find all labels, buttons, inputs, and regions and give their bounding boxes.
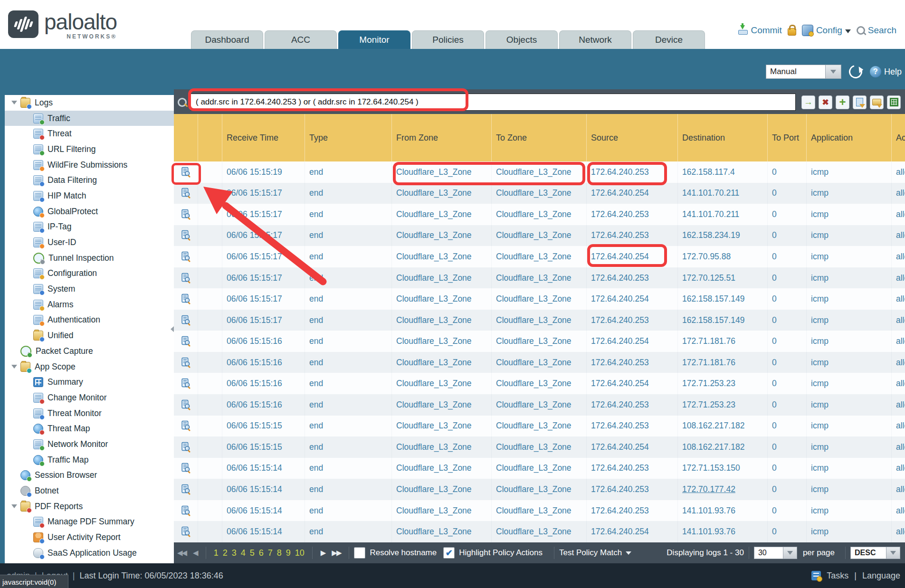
sidebar-item-url-filtering[interactable]: URL Filtering (5, 142, 174, 157)
cell-destination[interactable]: 172.70.177.42 (678, 479, 768, 500)
apply-filter-button[interactable]: → (801, 95, 815, 109)
log-row[interactable]: 06/06 15:15:16endCloudflare_L3_ZoneCloud… (174, 352, 905, 373)
highlight-policy-checkbox[interactable]: ✔ (443, 547, 455, 559)
log-detail-icon[interactable] (174, 288, 198, 310)
sidebar-item-globalprotect[interactable]: GlobalProtect (5, 204, 174, 219)
clear-filter-button[interactable]: ✖ (819, 95, 832, 109)
refresh-mode-dropdown-button[interactable] (826, 65, 841, 79)
sidebar-item-ip-tag[interactable]: IP-Tag (5, 219, 174, 235)
test-policy-match-menu[interactable]: Test Policy Match (559, 548, 631, 558)
tab-network[interactable]: Network (559, 30, 631, 49)
log-row[interactable]: 06/06 15:15:17endCloudflare_L3_ZoneCloud… (174, 225, 905, 247)
log-detail-icon[interactable] (174, 521, 198, 542)
log-detail-icon[interactable] (174, 436, 198, 458)
lock-icon[interactable] (788, 28, 796, 36)
help-icon[interactable]: ? (870, 66, 881, 77)
sidebar-item-network-monitor[interactable]: Network Monitor (5, 436, 174, 452)
log-row[interactable]: 06/06 15:15:14endCloudflare_L3_ZoneCloud… (174, 479, 905, 500)
log-detail-icon[interactable] (174, 225, 198, 247)
column-header-source[interactable]: Source (587, 114, 678, 161)
tab-policies[interactable]: Policies (412, 30, 484, 49)
column-header-receive-time[interactable]: Receive Time (222, 114, 305, 161)
log-detail-icon[interactable] (174, 267, 198, 289)
log-row[interactable]: 06/06 15:15:15endCloudflare_L3_ZoneCloud… (174, 436, 905, 458)
sidebar-item-authentication[interactable]: Authentication (5, 313, 174, 328)
page-number-10[interactable]: 10 (295, 548, 305, 558)
log-detail-icon[interactable] (174, 500, 198, 522)
log-row[interactable]: 06/06 15:15:17endCloudflare_L3_ZoneCloud… (174, 267, 905, 289)
page-number-4[interactable]: 4 (241, 548, 246, 558)
sidebar-item-system[interactable]: System (5, 281, 174, 297)
sidebar-item-threat-map[interactable]: Threat Map (5, 421, 174, 436)
page-number-9[interactable]: 9 (286, 548, 291, 558)
sidebar-item-app-scope[interactable]: App Scope (5, 359, 174, 375)
sidebar-item-session-browser[interactable]: Session Browser (5, 468, 174, 484)
export-logs-button[interactable] (887, 95, 901, 109)
refresh-mode-select[interactable]: Manual (766, 65, 841, 79)
sidebar-item-tunnel-inspection[interactable]: Tunnel Inspection (5, 250, 174, 266)
log-detail-icon[interactable] (174, 416, 198, 437)
tab-acc[interactable]: ACC (265, 30, 337, 49)
log-row[interactable]: 06/06 15:15:14endCloudflare_L3_ZoneCloud… (174, 500, 905, 522)
sidebar-item-user-activity-report[interactable]: User Activity Report (5, 530, 174, 545)
page-number-3[interactable]: 3 (232, 548, 237, 558)
column-header-from-zone[interactable]: From Zone (392, 114, 492, 161)
sidebar-item-botnet[interactable]: Botnet (5, 483, 174, 499)
column-header-type[interactable]: Type (305, 114, 392, 161)
sidebar-item-packet-capture[interactable]: Packet Capture (5, 343, 174, 359)
per-page-select[interactable]: 30 (754, 547, 797, 559)
log-row[interactable]: 06/06 15:15:14endCloudflare_L3_ZoneCloud… (174, 521, 905, 542)
search-button[interactable]: Search (857, 25, 896, 36)
page-number-1[interactable]: 1 (214, 548, 219, 558)
sort-order-select[interactable]: DESC (850, 547, 900, 559)
log-detail-icon[interactable] (174, 310, 198, 331)
log-row[interactable]: 06/06 15:15:16endCloudflare_L3_ZoneCloud… (174, 331, 905, 352)
log-detail-icon[interactable] (174, 479, 198, 500)
log-detail-icon[interactable] (174, 246, 198, 267)
log-detail-icon[interactable] (174, 352, 198, 373)
last-page-button[interactable]: ▶▶ (332, 549, 341, 557)
tab-device[interactable]: Device (633, 30, 705, 49)
log-row[interactable]: 06/06 15:15:16endCloudflare_L3_ZoneCloud… (174, 373, 905, 394)
log-row[interactable]: 06/06 15:15:17endCloudflare_L3_ZoneCloud… (174, 310, 905, 331)
log-row[interactable]: 06/06 15:15:14endCloudflare_L3_ZoneCloud… (174, 458, 905, 479)
log-row[interactable]: 06/06 15:15:17endCloudflare_L3_ZoneCloud… (174, 246, 905, 267)
tab-objects[interactable]: Objects (486, 30, 558, 49)
page-number-7[interactable]: 7 (268, 548, 273, 558)
page-number-6[interactable]: 6 (259, 548, 264, 558)
tree-expander-icon[interactable] (11, 365, 17, 369)
tree-expander-icon[interactable] (11, 101, 17, 104)
sidebar-item-hip-match[interactable]: HIP Match (5, 188, 174, 204)
resolve-hostname-checkbox[interactable] (354, 547, 365, 559)
commit-button[interactable]: Commit (737, 25, 781, 36)
sidebar-item-configuration[interactable]: Configuration (5, 266, 174, 282)
column-header-to-port[interactable]: To Port (768, 114, 807, 161)
add-filter-button[interactable]: + (836, 95, 849, 109)
log-detail-icon[interactable] (174, 394, 198, 416)
sidebar-item-traffic[interactable]: Traffic (5, 111, 174, 126)
sidebar-item-change-monitor[interactable]: Change Monitor (5, 390, 174, 406)
sidebar-item-threat-monitor[interactable]: Threat Monitor (5, 406, 174, 421)
sidebar-item-logs[interactable]: Logs (5, 95, 174, 111)
log-row[interactable]: 06/06 15:15:19endCloudflare_L3_ZoneCloud… (174, 161, 905, 183)
sort-order-dropdown-button[interactable] (886, 547, 900, 559)
sidebar-item-wildfire-submissions[interactable]: WildFire Submissions (5, 157, 174, 173)
log-row[interactable]: 06/06 15:15:17endCloudflare_L3_ZoneCloud… (174, 183, 905, 204)
log-row[interactable]: 06/06 15:15:15endCloudflare_L3_ZoneCloud… (174, 416, 905, 437)
per-page-dropdown-button[interactable] (783, 547, 797, 559)
column-header-destination[interactable]: Destination (678, 114, 768, 161)
page-number-2[interactable]: 2 (223, 548, 228, 558)
log-detail-icon[interactable] (174, 204, 198, 225)
config-menu[interactable]: Config (802, 25, 851, 36)
page-number-5[interactable]: 5 (250, 548, 255, 558)
sidebar-item-saas-application-usage[interactable]: SaaS Application Usage (5, 545, 174, 561)
sidebar-item-manage-pdf-summary[interactable]: Manage PDF Summary (5, 514, 174, 530)
next-page-button[interactable]: ▶ (321, 549, 325, 557)
column-header-to-zone[interactable]: To Zone (492, 114, 587, 161)
log-detail-icon[interactable] (174, 183, 198, 204)
sidebar-item-unified[interactable]: Unified (5, 328, 174, 343)
log-detail-icon[interactable] (174, 331, 198, 352)
column-header-action[interactable]: Action (892, 114, 905, 161)
log-detail-icon[interactable] (174, 161, 198, 183)
sidebar-item-summary[interactable]: Summary (5, 374, 174, 390)
